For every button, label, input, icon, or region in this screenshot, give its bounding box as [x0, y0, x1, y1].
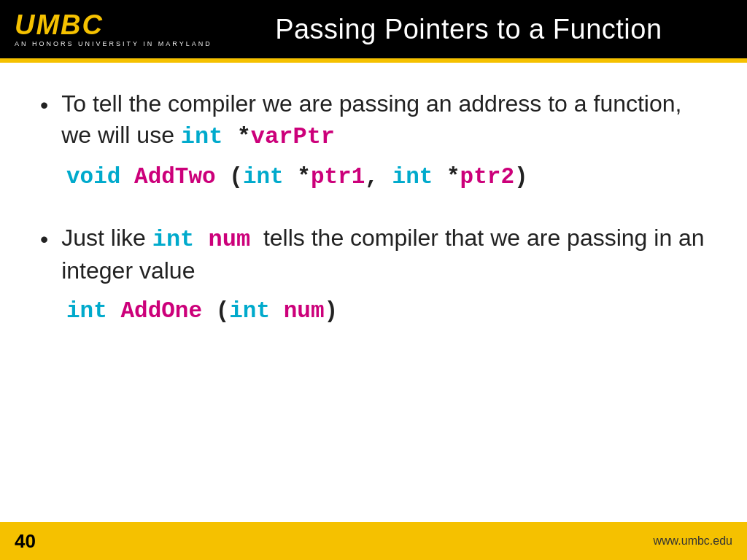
inline-space-2: [194, 226, 208, 253]
inline-num: num: [209, 226, 251, 253]
slide-content: • To tell the compiler we are passing an…: [0, 63, 747, 522]
code1-space: [120, 164, 134, 190]
bullet-dot-2: •: [40, 224, 48, 255]
code2-param: num: [284, 298, 325, 324]
bullet-1-text: • To tell the compiler we are passing an…: [40, 88, 707, 152]
page-number: 40: [15, 530, 36, 553]
code1-star2: *: [433, 164, 460, 190]
code-block-1: void AddTwo (int *ptr1, int *ptr2): [66, 161, 707, 192]
bullet-2-content: Just like int num tells the compiler tha…: [61, 222, 707, 287]
bullet-1-content: To tell the compiler we are passing an a…: [61, 88, 707, 152]
footer-url: www.umbc.edu: [654, 534, 733, 548]
code2-int: int: [66, 298, 107, 324]
bullet-1-section: • To tell the compiler we are passing an…: [40, 88, 707, 215]
code2-fn: AddOne: [120, 298, 202, 324]
code1-void: void: [66, 164, 120, 190]
code2-space1: [107, 298, 121, 324]
code1-comma: ,: [365, 164, 392, 190]
code1-paren-close: ): [514, 164, 528, 190]
inline-varptr: varPtr: [251, 123, 335, 150]
code-block-2: int AddOne (int num): [66, 295, 707, 327]
code1-int1: int: [243, 164, 284, 190]
inline-star-1: *: [222, 123, 250, 150]
code1-param2: ptr2: [460, 164, 514, 190]
code1-paren-open: (: [216, 164, 243, 190]
code2-space2: [270, 298, 284, 324]
code1-param1: ptr1: [311, 164, 365, 190]
logo-subtitle: AN HONORS UNIVERSITY IN MARYLAND: [15, 40, 212, 47]
bullet-2-text: • Just like int num tells the compiler t…: [40, 222, 707, 287]
slide-title: Passing Pointers to a Function: [234, 14, 732, 45]
header: UMBC AN HONORS UNIVERSITY IN MARYLAND Pa…: [0, 0, 747, 58]
bullet-2-section: • Just like int num tells the compiler t…: [40, 222, 707, 349]
code2-paren-close: ): [325, 298, 338, 324]
code1-star1: *: [284, 164, 311, 190]
bullet-2-just-like: Just like: [61, 225, 152, 251]
inline-int-2: int: [152, 226, 195, 253]
inline-int-1: int: [181, 123, 223, 150]
logo-area: UMBC AN HONORS UNIVERSITY IN MARYLAND: [15, 11, 212, 47]
bullet-dot-1: •: [40, 90, 48, 121]
bullet-1-plain: To tell the compiler we are passing an a…: [61, 90, 681, 148]
code1-fn: AddTwo: [134, 164, 216, 190]
code2-int2: int: [229, 298, 270, 324]
code2-paren-open: (: [202, 298, 229, 324]
umbc-logo: UMBC: [15, 11, 104, 39]
code1-int2: int: [392, 164, 433, 190]
footer: 40 www.umbc.edu: [0, 522, 747, 560]
